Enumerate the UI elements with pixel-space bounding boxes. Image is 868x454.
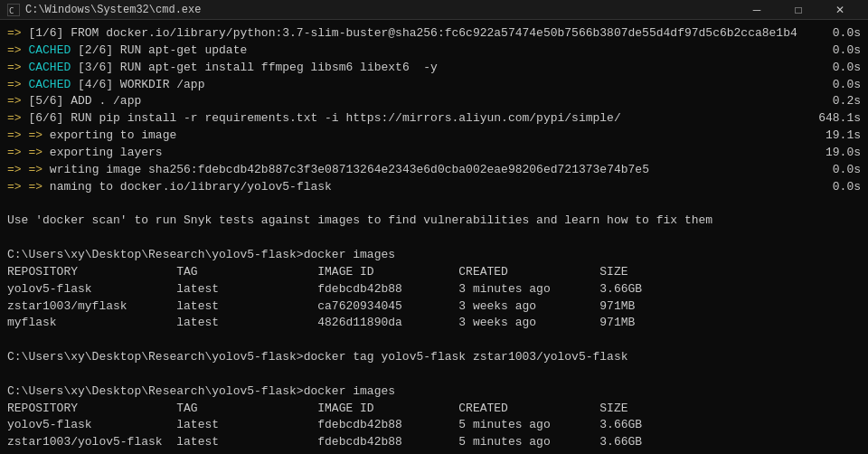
title-bar-controls: ─ □ ✕ [736, 0, 861, 20]
terminal-line: => [5/6] ADD . /app0.2s [7, 93, 861, 110]
terminal-line: => => exporting to image19.1s [7, 128, 861, 145]
terminal-line: C:\Users\xy\Desktop\Research\yolov5-flas… [7, 383, 861, 401]
terminal-line: => => exporting layers19.0s [7, 145, 861, 162]
close-button[interactable]: ✕ [819, 0, 861, 20]
minimize-button[interactable]: ─ [736, 0, 778, 20]
terminal-line: => CACHED [4/6] WORKDIR /app0.0s [7, 77, 861, 94]
cmd-icon: C [7, 4, 20, 16]
title-bar: C C:\Windows\System32\cmd.exe ─ □ ✕ [0, 0, 868, 20]
terminal-line [7, 332, 861, 349]
terminal-line: yolov5-flask latest fdebcdb42b88 5 minut… [7, 417, 861, 434]
terminal-line: REPOSITORY TAG IMAGE ID CREATED SIZE [7, 401, 861, 418]
terminal-line: zstar1003/yolov5-flask latest fdebcdb42b… [7, 434, 861, 451]
title-bar-title: C:\Windows\System32\cmd.exe [25, 4, 201, 16]
terminal-line: => CACHED [2/6] RUN apt-get update0.0s [7, 43, 861, 60]
terminal-line: => [6/6] RUN pip install -r requirements… [7, 110, 861, 128]
svg-text:C: C [9, 6, 14, 15]
terminal-line [7, 195, 861, 213]
terminal: => [1/6] FROM docker.io/library/python:3… [0, 20, 868, 454]
terminal-line: C:\Users\xy\Desktop\Research\yolov5-flas… [7, 247, 861, 264]
terminal-line: yolov5-flask latest fdebcdb42b88 3 minut… [7, 281, 861, 298]
terminal-line: => CACHED [3/6] RUN apt-get install ffmp… [7, 60, 861, 77]
terminal-line: => [1/6] FROM docker.io/library/python:3… [7, 25, 861, 43]
maximize-button[interactable]: □ [778, 0, 819, 20]
terminal-line: => => naming to docker.io/library/yolov5… [7, 179, 861, 196]
terminal-line [7, 366, 861, 383]
terminal-line: C:\Users\xy\Desktop\Research\yolov5-flas… [7, 349, 861, 366]
terminal-line: REPOSITORY TAG IMAGE ID CREATED SIZE [7, 264, 861, 281]
terminal-line: => => writing image sha256:fdebcdb42b887… [7, 162, 861, 179]
terminal-line: myflask latest 4826d11890da 3 weeks ago … [7, 315, 861, 332]
terminal-line: zstar1003/myflask latest ca7620934045 3 … [7, 298, 861, 316]
terminal-line: Use 'docker scan' to run Snyk tests agai… [7, 213, 861, 230]
terminal-line [7, 230, 861, 247]
title-bar-left: C C:\Windows\System32\cmd.exe [7, 4, 201, 16]
